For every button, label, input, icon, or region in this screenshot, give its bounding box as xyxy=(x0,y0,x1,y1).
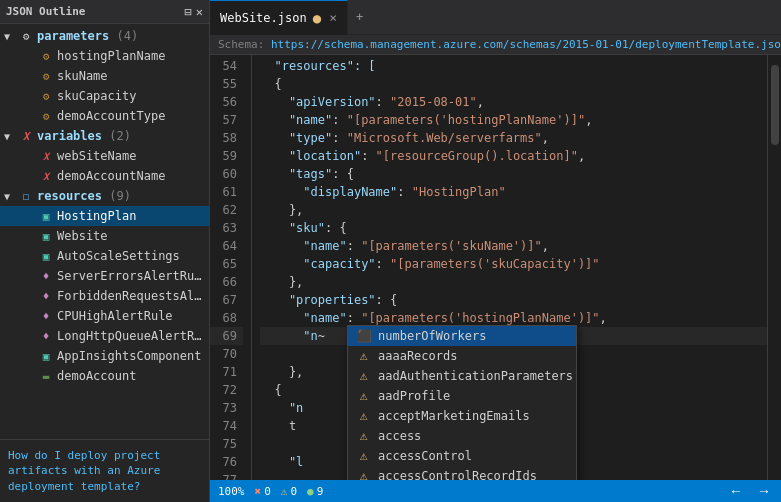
tree-node-demoAccount[interactable]: ▬ demoAccount xyxy=(0,366,209,386)
pin-icon[interactable]: ⊟ xyxy=(185,5,192,19)
gear-icon-1: ⚙ xyxy=(38,48,54,64)
tree-node-variables[interactable]: ▼ X variables (2) xyxy=(0,126,209,146)
tab-close-button[interactable]: × xyxy=(329,10,337,25)
ac-item-numberOfWorkers[interactable]: ⬛ numberOfWorkers xyxy=(348,326,576,346)
expand-parameters-icon: ▼ xyxy=(4,31,18,42)
nav-forward-button[interactable]: → xyxy=(755,483,773,499)
info-icon: ● xyxy=(307,485,314,498)
tree-node-LongHttpQueueAlertRule[interactable]: ♦ LongHttpQueueAlertRule xyxy=(0,326,209,346)
ln-72: 72 xyxy=(210,381,243,399)
ForbiddenRequestsAlertRule-label: ForbiddenRequestsAlertRule xyxy=(57,289,205,303)
tree-node-demoAccountType[interactable]: ⚙ demoAccountType xyxy=(0,106,209,126)
info-indicator: ● 9 xyxy=(307,485,323,498)
appinsights-icon: ▣ xyxy=(38,348,54,364)
warning-icon-5: ⚠ xyxy=(356,428,372,444)
ac-label-6: access xyxy=(378,427,421,445)
warning-icon-2: ⚠ xyxy=(356,368,372,384)
line-numbers: 54 55 56 57 58 59 60 61 62 63 64 65 66 6… xyxy=(210,55,252,480)
tree-node-parameters[interactable]: ▼ ⚙ parameters (4) xyxy=(0,26,209,46)
deploy-help-link[interactable]: How do I deploy project artifacts with a… xyxy=(8,449,160,493)
tree-node-skuCapacity[interactable]: ⚙ skuCapacity xyxy=(0,86,209,106)
variables-label: variables xyxy=(37,129,102,143)
info-count: 9 xyxy=(317,485,324,498)
nav-back-button[interactable]: ← xyxy=(727,483,745,499)
tree-node-ServerErrorsAlertRule[interactable]: ♦ ServerErrorsAlertRule xyxy=(0,266,209,286)
variables-count: (2) xyxy=(102,129,131,143)
LongHttpQueueAlertRule-label: LongHttpQueueAlertRule xyxy=(57,329,205,343)
ac-item-aadAuthenticationParameters[interactable]: ⚠ aadAuthenticationParameters xyxy=(348,366,576,386)
ServerErrorsAlertRule-label: ServerErrorsAlertRule xyxy=(57,269,205,283)
ac-item-accessControl[interactable]: ⚠ accessControl xyxy=(348,446,576,466)
hostingPlanName-label: hostingPlanName xyxy=(57,49,165,63)
tree-node-ForbiddenRequestsAlertRule[interactable]: ♦ ForbiddenRequestsAlertRule xyxy=(0,286,209,306)
ac-item-access[interactable]: ⚠ access xyxy=(348,426,576,446)
status-bar: 100% ✖ 0 ⚠ 0 ● 9 ← → xyxy=(210,480,781,502)
tab-label: WebSite.json xyxy=(220,11,307,25)
tree-node-AppInsightsComponent[interactable]: ▣ AppInsightsComponent xyxy=(0,346,209,366)
code-line-56: "apiVersion": "2015-08-01", xyxy=(260,93,767,111)
tree-node-CPUHighAlertRule[interactable]: ♦ CPUHighAlertRule xyxy=(0,306,209,326)
AutoScaleSettings-label: AutoScaleSettings xyxy=(57,249,180,263)
parameters-label: parameters xyxy=(37,29,109,43)
resources-label: resources xyxy=(37,189,102,203)
expand-resources-icon: ▼ xyxy=(4,191,18,202)
tree-node-webSiteName[interactable]: X webSiteName xyxy=(0,146,209,166)
outline-header: JSON Outline ⊟ ✕ xyxy=(0,0,209,24)
tree-node-AutoScaleSettings[interactable]: ▣ AutoScaleSettings xyxy=(0,246,209,266)
code-editor[interactable]: "resources": [ { "apiVersion": "2015-08-… xyxy=(252,55,767,480)
ac-label-5: acceptMarketingEmails xyxy=(378,407,530,425)
code-line-58: "type": "Microsoft.Web/serverfarms", xyxy=(260,129,767,147)
ln-69: 69 xyxy=(210,327,243,345)
zoom-level[interactable]: 100% xyxy=(218,485,245,498)
Website-label: Website xyxy=(57,229,108,243)
tree-node-Website[interactable]: ▣ Website xyxy=(0,226,209,246)
tab-website-json[interactable]: WebSite.json ● × xyxy=(210,0,348,35)
ac-label-1: numberOfWorkers xyxy=(378,327,486,345)
schema-bar: Schema: https://schema.management.azure.… xyxy=(210,35,781,55)
tree-node-resources[interactable]: ▼ ◻ resources (9) xyxy=(0,186,209,206)
error-icon: ✖ xyxy=(255,485,262,498)
code-line-61: "displayName": "HostingPlan" xyxy=(260,183,767,201)
code-line-62: }, xyxy=(260,201,767,219)
server-errors-icon: ♦ xyxy=(38,268,54,284)
parameters-icon: ⚙ xyxy=(18,28,34,44)
ac-item-aadProfile[interactable]: ⚠ aadProfile xyxy=(348,386,576,406)
outline-title: JSON Outline xyxy=(6,5,85,18)
autocomplete-dropdown[interactable]: ⬛ numberOfWorkers ⚠ aaaaRecords ⚠ aadAut… xyxy=(347,325,577,480)
warning-icon-4: ⚠ xyxy=(356,408,372,424)
status-right: ← → xyxy=(727,483,773,499)
code-line-67: "properties": { xyxy=(260,291,767,309)
demoAccountType-label: demoAccountType xyxy=(57,109,165,123)
warning-icon: ⚠ xyxy=(281,485,288,498)
ln-66: 66 xyxy=(210,273,243,291)
ln-71: 71 xyxy=(210,363,243,381)
code-line-65: "capacity": "[parameters('skuCapacity')]… xyxy=(260,255,767,273)
ac-label-2: aaaaRecords xyxy=(378,347,457,365)
ln-59: 59 xyxy=(210,147,243,165)
ac-item-aaaaRecords[interactable]: ⚠ aaaaRecords xyxy=(348,346,576,366)
ln-65: 65 xyxy=(210,255,243,273)
tree-node-demoAccountName[interactable]: X demoAccountName xyxy=(0,166,209,186)
tree-node-HostingPlan[interactable]: ▣ HostingPlan xyxy=(0,206,209,226)
ac-item-acceptMarketingEmails[interactable]: ⚠ acceptMarketingEmails xyxy=(348,406,576,426)
tree-node-skuName[interactable]: ⚙ skuName xyxy=(0,66,209,86)
ln-61: 61 xyxy=(210,183,243,201)
expand-icon[interactable]: ✕ xyxy=(196,5,203,19)
ln-57: 57 xyxy=(210,111,243,129)
x-icon-3: X xyxy=(38,168,54,184)
scrollbar-thumb[interactable] xyxy=(771,65,779,145)
ln-54: 54 xyxy=(210,57,243,75)
status-left: 100% ✖ 0 ⚠ 0 ● 9 xyxy=(218,485,323,498)
code-line-63: "sku": { xyxy=(260,219,767,237)
right-panel: WebSite.json ● × + Schema: https://schem… xyxy=(210,0,781,502)
ln-67: 67 xyxy=(210,291,243,309)
right-scrollbar[interactable] xyxy=(767,55,781,480)
add-tab-button[interactable]: + xyxy=(348,0,371,35)
code-line-60: "tags": { xyxy=(260,165,767,183)
tree-node-hostingPlanName[interactable]: ⚙ hostingPlanName xyxy=(0,46,209,66)
warning-icon-6: ⚠ xyxy=(356,448,372,464)
ln-68: 68 xyxy=(210,309,243,327)
tree-view: ▼ ⚙ parameters (4) ⚙ hostingPlanName ⚙ s… xyxy=(0,24,209,439)
ac-item-accessControlRecordIds[interactable]: ⚠ accessControlRecordIds xyxy=(348,466,576,480)
editor-scroll-area: 54 55 56 57 58 59 60 61 62 63 64 65 66 6… xyxy=(210,55,781,480)
